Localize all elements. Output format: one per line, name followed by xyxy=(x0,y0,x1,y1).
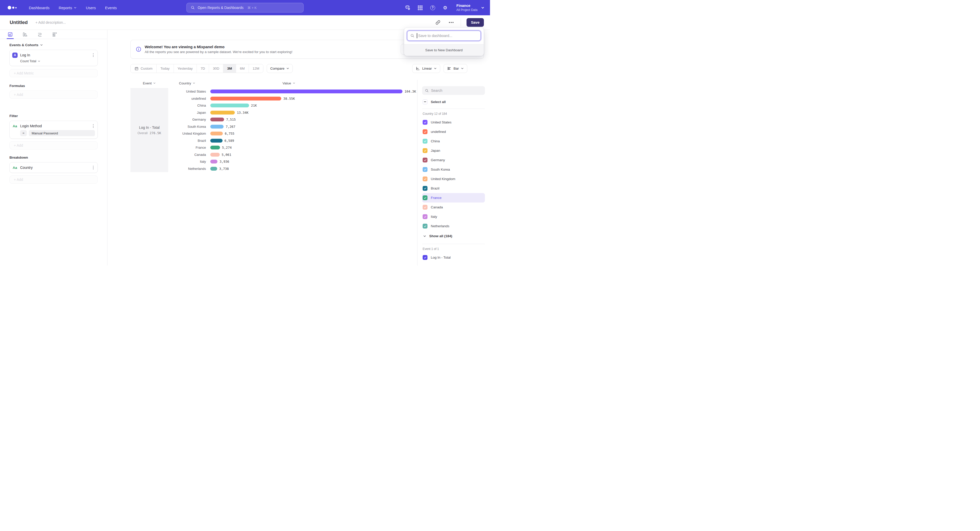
bar-south-korea[interactable] xyxy=(210,125,224,128)
bar-japan[interactable] xyxy=(210,111,235,114)
checkbox-china[interactable] xyxy=(423,139,428,144)
mixpanel-logo-icon[interactable] xyxy=(8,6,17,10)
save-dashboard-search[interactable] xyxy=(407,31,481,41)
bar-netherlands[interactable] xyxy=(210,167,217,171)
filter-operator[interactable]: = xyxy=(20,130,27,136)
bar-canada[interactable] xyxy=(210,153,220,157)
bar-undefined[interactable] xyxy=(210,97,281,100)
nav-item-dashboards[interactable]: Dashboards xyxy=(25,4,53,11)
country-option-germany[interactable]: Germany xyxy=(422,155,485,165)
range-30d[interactable]: 30D xyxy=(209,64,223,73)
chart-type-button[interactable]: Bar xyxy=(444,64,467,73)
country-option-italy[interactable]: Italy xyxy=(422,212,485,221)
help-icon[interactable]: ? xyxy=(430,5,435,11)
bar-united-states[interactable] xyxy=(210,90,402,94)
checkbox-south-korea[interactable] xyxy=(423,167,428,172)
more-options-icon[interactable] xyxy=(447,19,455,26)
country-option-france[interactable]: France xyxy=(422,193,485,203)
event-selector[interactable]: A Log In xyxy=(12,52,95,59)
tab-funnels[interactable] xyxy=(22,30,27,39)
filter-value[interactable]: Manual Password xyxy=(29,130,95,136)
add-formula-button[interactable]: + Add xyxy=(10,90,98,99)
compare-button[interactable]: Compare xyxy=(267,64,293,73)
event-option-log-in-total[interactable]: Log In - Total xyxy=(422,253,485,262)
data-management-icon[interactable] xyxy=(405,5,410,11)
checkbox-france[interactable] xyxy=(423,195,428,200)
bar-italy[interactable] xyxy=(210,160,218,163)
checkbox-brazil[interactable] xyxy=(423,186,428,191)
select-all-row[interactable]: Select all xyxy=(422,98,485,106)
event-total-cell[interactable]: Log In - Total Overall 276.5K xyxy=(130,88,168,172)
range-3m[interactable]: 3M xyxy=(223,64,236,73)
range-12m[interactable]: 12M xyxy=(249,64,263,73)
bar-brazil[interactable] xyxy=(210,139,223,143)
checkbox-netherlands[interactable] xyxy=(423,223,428,228)
y-axis-scale-button[interactable]: Linear xyxy=(412,64,440,73)
option-label: Italy xyxy=(431,215,437,219)
add-filter-button[interactable]: + Add xyxy=(10,141,98,149)
bar-france[interactable] xyxy=(210,146,220,149)
checkbox-united-kingdom[interactable] xyxy=(423,176,428,181)
add-breakdown-button[interactable]: + Add xyxy=(10,176,98,184)
add-metric-button[interactable]: + Add Metric xyxy=(10,69,98,77)
filter-property-selector[interactable]: Aa Login Method xyxy=(12,123,95,129)
tab-insights[interactable] xyxy=(8,30,13,39)
save-button[interactable]: Save xyxy=(466,18,484,27)
save-dashboard-input[interactable] xyxy=(418,34,478,38)
country-option-japan[interactable]: Japan xyxy=(422,146,485,155)
country-column-header[interactable]: Country xyxy=(168,81,206,85)
copy-link-icon[interactable] xyxy=(434,19,442,26)
range-6m[interactable]: 6M xyxy=(236,64,249,73)
settings-gear-icon[interactable]: ⚙ xyxy=(442,5,448,11)
nav-item-reports[interactable]: Reports xyxy=(55,4,80,11)
checkmark-icon xyxy=(424,206,427,209)
save-dashboard-popup: Save to New Dashboard xyxy=(404,27,484,56)
add-description-field[interactable]: + Add description... xyxy=(35,21,66,24)
range-custom[interactable]: Custom xyxy=(130,64,157,73)
report-title[interactable]: Untitled xyxy=(10,20,28,25)
checkbox-canada[interactable] xyxy=(423,205,428,210)
breakdown-property-selector[interactable]: Aa Country xyxy=(12,164,95,171)
country-option-united-kingdom[interactable]: United Kingdom xyxy=(422,174,485,184)
linear-axis-icon xyxy=(416,66,420,71)
tab-flows[interactable] xyxy=(37,30,42,39)
nav-item-events[interactable]: Events xyxy=(102,4,121,11)
range-yesterday[interactable]: Yesterday xyxy=(174,64,197,73)
country-option-south-korea[interactable]: South Korea xyxy=(422,165,485,174)
aggregation-selector[interactable]: Count Total xyxy=(20,59,95,64)
tab-retention[interactable] xyxy=(52,30,57,39)
save-to-new-dashboard-button[interactable]: Save to New Dashboard xyxy=(404,44,484,55)
country-option-united-states[interactable]: United States xyxy=(422,117,485,127)
show-all-button[interactable]: Show all (184) xyxy=(422,231,485,241)
checkbox-log-in-total[interactable] xyxy=(423,255,428,260)
apps-grid-icon[interactable] xyxy=(417,5,423,11)
country-option-canada[interactable]: Canada xyxy=(422,203,485,212)
country-option-brazil[interactable]: Brazil xyxy=(422,184,485,193)
checkbox-germany[interactable] xyxy=(423,158,428,162)
project-switcher[interactable]: Finance All Project Data xyxy=(456,3,484,12)
bar-china[interactable] xyxy=(210,103,249,107)
kebab-menu-icon[interactable] xyxy=(92,52,95,58)
select-all-checkbox[interactable] xyxy=(423,100,428,104)
kebab-menu-icon[interactable] xyxy=(92,123,95,129)
bar-germany[interactable] xyxy=(210,117,224,121)
nav-item-users[interactable]: Users xyxy=(82,4,99,11)
sort-chevron-icon xyxy=(293,82,295,84)
segments-search-input[interactable]: Search xyxy=(422,86,485,95)
checkbox-united-states[interactable] xyxy=(423,120,428,125)
events-cohorts-label[interactable]: Events & Cohorts xyxy=(10,43,98,47)
range-7d[interactable]: 7D xyxy=(197,64,209,73)
kebab-menu-icon[interactable] xyxy=(92,165,95,170)
bar-united-kingdom[interactable] xyxy=(210,132,223,135)
range-today[interactable]: Today xyxy=(157,64,174,73)
value-column-header[interactable]: Value xyxy=(283,81,295,85)
country-option-netherlands[interactable]: Netherlands xyxy=(422,221,485,231)
checkbox-undefined[interactable] xyxy=(423,129,428,134)
bar-category-label: Italy xyxy=(168,160,206,163)
global-search-button[interactable]: Open Reports & Dashboards ⌘ + K xyxy=(186,3,304,13)
checkbox-italy[interactable] xyxy=(423,214,428,219)
checkbox-japan[interactable] xyxy=(423,148,428,153)
country-option-china[interactable]: China xyxy=(422,136,485,146)
country-option-undefined[interactable]: undefined xyxy=(422,127,485,136)
event-column-header[interactable]: Event xyxy=(130,81,168,85)
